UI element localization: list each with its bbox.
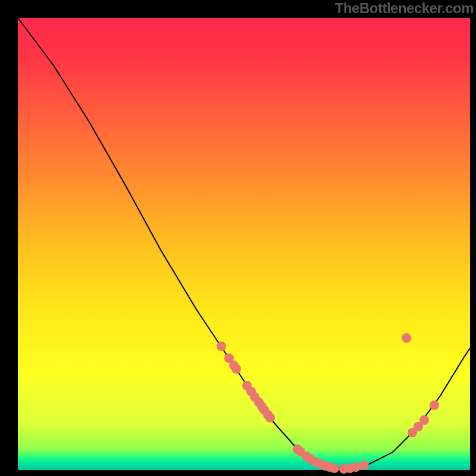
data-marker: [217, 342, 226, 351]
data-marker: [265, 413, 275, 422]
data-marker: [351, 462, 361, 472]
bottleneck-chart: [0, 0, 476, 476]
data-marker: [330, 464, 339, 473]
chart-container: { "attribution": "TheBottlenecker.com", …: [0, 0, 476, 476]
gradient-plot-area: [18, 18, 470, 470]
attribution-text: TheBottlenecker.com: [335, 0, 474, 17]
data-marker: [231, 364, 241, 374]
data-marker: [419, 415, 429, 425]
data-marker: [430, 400, 439, 410]
data-marker: [359, 461, 369, 470]
data-marker: [402, 333, 411, 343]
